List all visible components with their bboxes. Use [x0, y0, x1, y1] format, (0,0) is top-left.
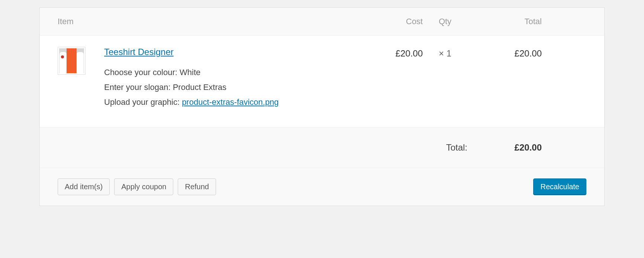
- totals-row: Total: £20.00: [40, 128, 604, 168]
- meta-graphic: Upload your graphic: product-extras-favi…: [104, 97, 371, 107]
- meta-slogan: Enter your slogan: Product Extras: [104, 83, 371, 92]
- header-qty: Qty: [423, 17, 467, 26]
- apply-coupon-button[interactable]: Apply coupon: [114, 178, 173, 195]
- table-header: Item Cost Qty Total: [40, 8, 604, 36]
- graphic-file-link[interactable]: product-extras-favicon.png: [182, 97, 278, 107]
- header-cost: Cost: [371, 17, 423, 26]
- table-row: Teeshirt Designer Choose your colour: Wh…: [40, 36, 604, 128]
- refund-button[interactable]: Refund: [178, 178, 216, 195]
- total-amount: £20.00: [467, 142, 542, 153]
- product-thumbnail[interactable]: [58, 47, 86, 112]
- actions-row: Add item(s) Apply coupon Refund Recalcul…: [40, 168, 604, 206]
- item-cost: £20.00: [371, 47, 423, 112]
- item-qty: × 1: [423, 47, 467, 112]
- add-items-button[interactable]: Add item(s): [58, 178, 110, 195]
- order-items-panel: Item Cost Qty Total Teeshirt Designer Ch…: [39, 7, 605, 206]
- recalculate-button[interactable]: Recalculate: [533, 178, 586, 195]
- total-label: Total:: [423, 142, 467, 153]
- product-link[interactable]: Teeshirt Designer: [104, 47, 174, 57]
- header-total: Total: [467, 17, 542, 26]
- header-item: Item: [58, 17, 371, 26]
- item-line-total: £20.00: [467, 47, 542, 112]
- item-details: Teeshirt Designer Choose your colour: Wh…: [104, 47, 371, 112]
- meta-colour: Choose your colour: White: [104, 68, 371, 77]
